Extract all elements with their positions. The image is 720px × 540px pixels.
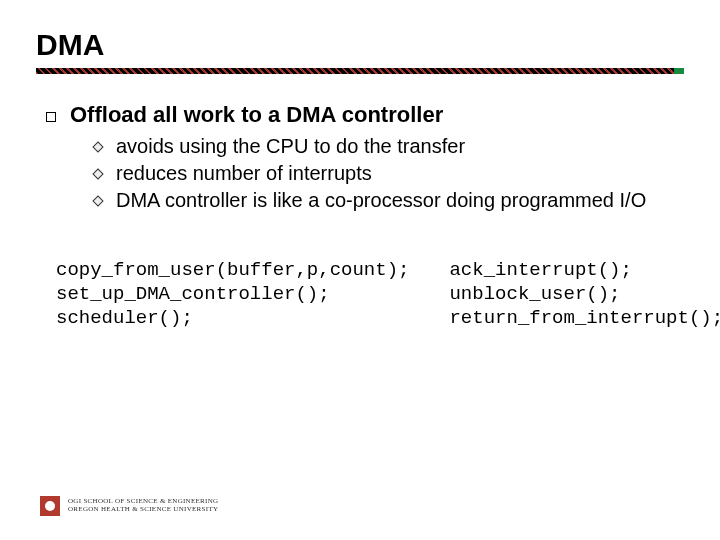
content-area: Offload all work to a DMA controller avo… [36,102,684,330]
code-left: copy_from_user(buffer,p,count); set_up_D… [56,259,409,330]
bullet-level2: reduces number of interrupts [94,161,684,186]
bullet-level2: avoids using the CPU to do the transfer [94,134,684,159]
title-underline [36,68,684,74]
footer-text: OGI SCHOOL OF SCIENCE & ENGINEERING OREG… [68,498,218,513]
bullet-level2: DMA controller is like a co-processor do… [94,188,684,213]
code-right: ack_interrupt(); unblock_user(); return_… [449,259,720,330]
sub-bullet-text: DMA controller is like a co-processor do… [116,188,646,213]
code-columns: copy_from_user(buffer,p,count); set_up_D… [46,259,684,330]
slide: DMA Offload all work to a DMA controller… [0,0,720,540]
footer: OGI SCHOOL OF SCIENCE & ENGINEERING OREG… [40,496,218,516]
diamond-bullet-icon [92,141,103,152]
sub-bullets: avoids using the CPU to do the transfer … [46,134,684,213]
bullet-level1: Offload all work to a DMA controller [46,102,684,128]
diamond-bullet-icon [92,195,103,206]
sub-bullet-text: avoids using the CPU to do the transfer [116,134,465,159]
sub-bullet-text: reduces number of interrupts [116,161,372,186]
diamond-bullet-icon [92,168,103,179]
square-bullet-icon [46,112,56,122]
university-logo-icon [40,496,60,516]
slide-title: DMA [36,28,684,62]
bullet-text: Offload all work to a DMA controller [70,102,443,128]
footer-line2: OREGON HEALTH & SCIENCE UNIVERSITY [68,506,218,514]
